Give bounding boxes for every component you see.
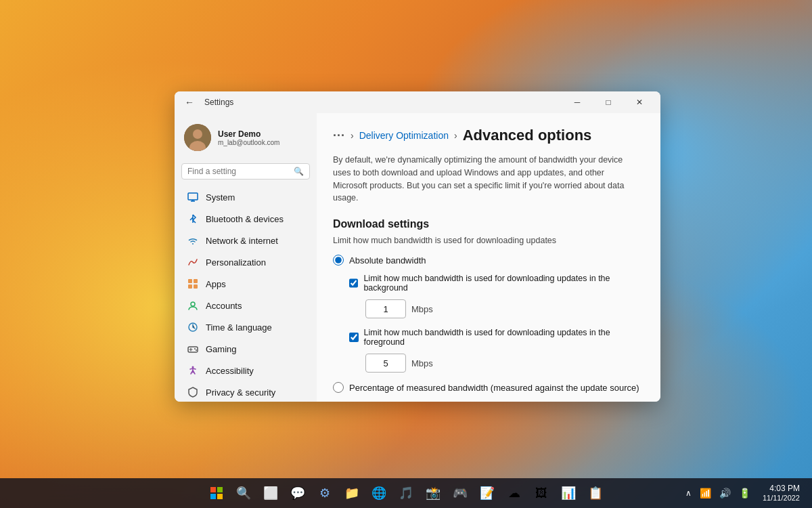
taskbar-notepad[interactable]: 📝 bbox=[475, 481, 499, 505]
tray-battery[interactable]: 🔋 bbox=[736, 486, 753, 500]
privacy-icon bbox=[187, 386, 199, 398]
absolute-bandwidth-radio[interactable] bbox=[333, 255, 344, 266]
taskbar-photos[interactable]: 📸 bbox=[421, 481, 445, 505]
taskbar-right: ∧ 📶 🔊 🔋 4:03 PM 11/11/2022 bbox=[683, 482, 804, 504]
svg-rect-20 bbox=[210, 494, 216, 499]
accounts-icon bbox=[187, 299, 199, 312]
avatar bbox=[184, 124, 211, 151]
fg-bandwidth-checkbox[interactable] bbox=[349, 333, 359, 342]
bg-bandwidth-row: Limit how much bandwidth is used for dow… bbox=[349, 274, 644, 293]
taskbar-settings[interactable]: ⚙ bbox=[313, 481, 337, 505]
network-icon bbox=[187, 234, 199, 247]
svg-rect-7 bbox=[194, 279, 198, 283]
fg-bandwidth-input[interactable] bbox=[365, 354, 406, 373]
percentage-bandwidth-label: Percentage of measured bandwidth (measur… bbox=[349, 383, 639, 393]
search-box: 🔍 bbox=[181, 163, 310, 179]
svg-rect-19 bbox=[217, 487, 223, 492]
bg-mbps-label: Mbps bbox=[411, 304, 433, 314]
sidebar-label-network: Network & internet bbox=[206, 236, 278, 246]
section-title-download: Download settings bbox=[333, 218, 644, 230]
taskbar-photos2[interactable]: 🖼 bbox=[529, 481, 554, 505]
taskbar-chat[interactable]: 💬 bbox=[286, 481, 310, 505]
taskbar-excel[interactable]: 📊 bbox=[556, 481, 581, 505]
svg-rect-3 bbox=[188, 193, 198, 200]
breadcrumb-dots: ··· bbox=[333, 129, 345, 143]
sidebar-label-apps: Apps bbox=[206, 279, 226, 289]
percentage-bandwidth-radio[interactable] bbox=[333, 382, 344, 393]
bg-bandwidth-input[interactable] bbox=[365, 299, 406, 318]
percentage-bandwidth-option[interactable]: Percentage of measured bandwidth (measur… bbox=[333, 382, 644, 393]
personalization-icon bbox=[187, 256, 199, 268]
svg-point-14 bbox=[196, 350, 197, 351]
taskbar-start[interactable] bbox=[204, 481, 229, 505]
apps-icon bbox=[187, 278, 199, 290]
taskbar-search[interactable]: 🔍 bbox=[231, 481, 256, 505]
section-subtitle-download: Limit how much bandwidth is used for dow… bbox=[333, 236, 644, 245]
sidebar-item-network[interactable]: Network & internet bbox=[177, 230, 314, 251]
disabled-bg-row: Limit how much bandwidth is used for dow… bbox=[349, 401, 644, 402]
clock-date: 11/11/2022 bbox=[763, 494, 800, 503]
svg-rect-18 bbox=[210, 487, 216, 492]
close-button[interactable]: ✕ bbox=[624, 91, 655, 113]
breadcrumb-link-delivery[interactable]: Delivery Optimization bbox=[359, 130, 449, 141]
window-title: Settings bbox=[204, 98, 233, 107]
clock[interactable]: 4:03 PM 11/11/2022 bbox=[759, 482, 804, 504]
absolute-bandwidth-label: Absolute bandwidth bbox=[349, 255, 426, 266]
sidebar-item-system[interactable]: System bbox=[177, 186, 314, 208]
minimize-button[interactable]: ─ bbox=[562, 91, 593, 113]
sidebar-label-gaming: Gaming bbox=[206, 344, 237, 354]
bg-bandwidth-input-row: Mbps bbox=[365, 299, 644, 318]
sidebar: User Demo m_lab@outlook.com 🔍 Sy bbox=[175, 113, 317, 402]
search-input[interactable] bbox=[187, 167, 294, 176]
bg-bandwidth-checkbox[interactable] bbox=[349, 278, 358, 288]
system-icon bbox=[187, 191, 199, 203]
sidebar-item-accessibility[interactable]: Accessibility bbox=[177, 360, 314, 381]
svg-point-13 bbox=[194, 348, 196, 350]
bg-bandwidth-label: Limit how much bandwidth is used for dow… bbox=[363, 274, 644, 293]
taskbar-taskview[interactable]: ⬜ bbox=[258, 481, 283, 505]
download-settings-section: Download settings Limit how much bandwid… bbox=[333, 218, 644, 402]
taskbar-music[interactable]: 🎵 bbox=[394, 481, 418, 505]
title-bar-left: ← Settings bbox=[180, 93, 233, 112]
sidebar-label-privacy: Privacy & security bbox=[206, 387, 275, 398]
taskbar-onedrive[interactable]: ☁ bbox=[502, 481, 526, 505]
user-info: User Demo m_lab@outlook.com bbox=[218, 129, 279, 146]
sidebar-item-bluetooth[interactable]: Bluetooth & devices bbox=[177, 208, 314, 230]
main-content: ··· › Delivery Optimization › Advanced o… bbox=[317, 113, 660, 402]
sidebar-item-apps[interactable]: Apps bbox=[177, 273, 314, 295]
taskbar-center: 🔍 ⬜ 💬 ⚙ 📁 🌐 🎵 📸 🎮 📝 ☁ 🖼 📊 📋 bbox=[204, 481, 608, 505]
sidebar-item-time[interactable]: Time & language bbox=[177, 316, 314, 338]
svg-rect-6 bbox=[188, 279, 192, 283]
sidebar-item-privacy[interactable]: Privacy & security bbox=[177, 381, 314, 402]
tray-volume[interactable]: 🔊 bbox=[717, 486, 734, 500]
absolute-bandwidth-option[interactable]: Absolute bandwidth bbox=[333, 255, 644, 266]
sidebar-item-gaming[interactable]: Gaming bbox=[177, 338, 314, 360]
accessibility-icon bbox=[187, 364, 199, 377]
window-body: User Demo m_lab@outlook.com 🔍 Sy bbox=[175, 113, 660, 402]
fg-bandwidth-label: Limit how much bandwidth is used for dow… bbox=[364, 328, 644, 347]
taskbar-clipboard[interactable]: 📋 bbox=[583, 481, 608, 505]
sidebar-label-accessibility: Accessibility bbox=[206, 366, 254, 376]
taskbar-xbox[interactable]: 🎮 bbox=[448, 481, 472, 505]
svg-point-1 bbox=[193, 129, 202, 139]
time-icon bbox=[187, 321, 199, 333]
taskbar-explorer[interactable]: 📁 bbox=[340, 481, 364, 505]
fg-bandwidth-row: Limit how much bandwidth is used for dow… bbox=[349, 328, 644, 347]
tray-chevron[interactable]: ∧ bbox=[683, 487, 694, 499]
search-icon[interactable]: 🔍 bbox=[294, 167, 304, 176]
title-bar: ← Settings ─ □ ✕ bbox=[175, 91, 660, 113]
user-profile: User Demo m_lab@outlook.com bbox=[175, 119, 317, 161]
taskbar-edge[interactable]: 🌐 bbox=[367, 481, 391, 505]
svg-rect-9 bbox=[194, 284, 198, 289]
svg-rect-8 bbox=[188, 284, 192, 289]
maximize-button[interactable]: □ bbox=[593, 91, 624, 113]
disabled-bg-label: Limit how much bandwidth is used for dow… bbox=[363, 401, 644, 402]
bluetooth-icon bbox=[187, 213, 199, 225]
user-name: User Demo bbox=[218, 129, 279, 139]
breadcrumb: ··· › Delivery Optimization › Advanced o… bbox=[333, 127, 644, 144]
tray-wifi[interactable]: 📶 bbox=[697, 486, 714, 500]
svg-point-15 bbox=[192, 366, 194, 368]
back-button[interactable]: ← bbox=[180, 93, 199, 112]
sidebar-item-personalization[interactable]: Personalization bbox=[177, 251, 314, 273]
sidebar-item-accounts[interactable]: Accounts bbox=[177, 295, 314, 316]
